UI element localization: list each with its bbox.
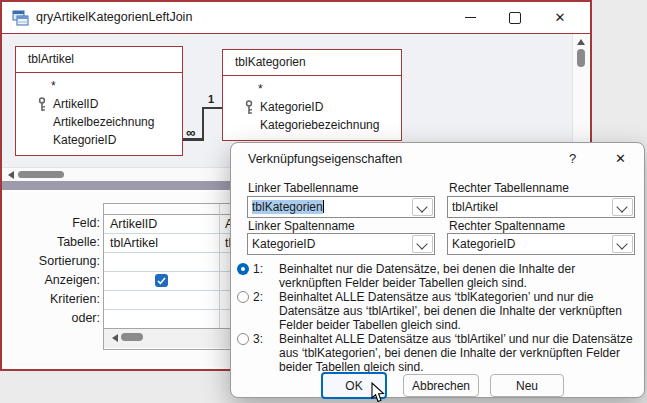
- field-artikelid[interactable]: ArtikelID: [16, 95, 182, 113]
- table-box-tblartikel[interactable]: tblArtikel * ArtikelID Artikelbezeichnun…: [15, 46, 183, 156]
- left-column-label: Linker Spaltenname: [248, 219, 355, 233]
- check-icon: [157, 277, 166, 285]
- help-icon[interactable]: ?: [569, 151, 576, 166]
- maximize-icon: [509, 12, 521, 24]
- new-button-label: Neu: [516, 379, 538, 393]
- field-label: ArtikelID: [53, 97, 98, 111]
- right-column-combobox[interactable]: KategorieID: [447, 233, 635, 255]
- field-asterisk[interactable]: *: [16, 77, 182, 95]
- dropdown-button[interactable]: [412, 198, 433, 216]
- field-asterisk[interactable]: *: [223, 80, 401, 98]
- option-number: 2:: [253, 290, 263, 304]
- join-many-label: ∞: [186, 125, 194, 140]
- option-number: 1:: [253, 262, 263, 276]
- chevron-down-icon: [416, 201, 427, 212]
- anzeigen-checkbox-1[interactable]: [155, 274, 168, 287]
- join-option-2-text: Beinhaltet ALLE Datensätze aus ‘tblKateg…: [279, 290, 639, 332]
- row-label-feld: Feld:: [5, 214, 100, 233]
- primary-key-icon: [37, 97, 47, 112]
- row-label-oder: oder:: [5, 309, 100, 328]
- left-table-label: Linker Tabellenname: [248, 181, 359, 195]
- dropdown-button[interactable]: [612, 235, 633, 253]
- cancel-button-label: Abbrechen: [412, 379, 470, 393]
- dropdown-button[interactable]: [412, 235, 433, 253]
- window-title: qryArtikelKategorienLeftJoin: [36, 10, 192, 24]
- chevron-down-icon: [616, 238, 627, 249]
- grid-cell-feld-1[interactable]: ArtikelID: [110, 216, 157, 233]
- grid-scroll-thumb[interactable]: [121, 333, 143, 341]
- vertical-scroll-thumb[interactable]: [577, 49, 585, 67]
- scroll-left-icon[interactable]: [8, 171, 14, 179]
- close-icon: ✕: [555, 10, 566, 25]
- left-column-combobox[interactable]: KategorieID: [247, 233, 435, 255]
- screen: qryArtikelKategorienLeftJoin ✕ tblArtike…: [0, 0, 647, 403]
- combo-value: KategorieID: [452, 237, 515, 251]
- join-line-one-segment[interactable]: [202, 107, 222, 110]
- option-number: 3:: [253, 332, 263, 346]
- title-bar[interactable]: qryArtikelKategorienLeftJoin ✕: [2, 2, 590, 34]
- ok-button-label: OK: [345, 379, 362, 393]
- row-label-sortierung: Sortierung:: [5, 252, 100, 271]
- join-option-1-radio[interactable]: [237, 263, 249, 275]
- chevron-down-icon: [616, 201, 627, 212]
- field-kategorieid[interactable]: KategorieID: [223, 98, 401, 116]
- chevron-down-icon: [416, 238, 427, 249]
- horizontal-scroll-thumb[interactable]: [18, 171, 64, 178]
- right-table-label: Rechter Tabellenname: [449, 181, 569, 195]
- field-label: KategorieID: [260, 100, 323, 114]
- minimize-button[interactable]: [450, 2, 490, 33]
- right-column-label: Rechter Spaltenname: [449, 219, 565, 233]
- grid-cell-tabelle-1[interactable]: tblArtikel: [110, 235, 158, 252]
- query-icon: [12, 10, 29, 26]
- join-option-3-radio[interactable]: [237, 333, 249, 345]
- right-table-combobox[interactable]: tblArtikel: [447, 196, 635, 218]
- table-title: tblKategorien: [223, 50, 401, 76]
- row-label-tabelle: Tabelle:: [5, 233, 100, 252]
- close-icon[interactable]: ✕: [615, 151, 626, 166]
- join-option-3-text: Beinhaltet ALLE Datensätze aus ‘tblArtik…: [279, 332, 639, 374]
- table-title: tblArtikel: [16, 47, 182, 73]
- primary-key-icon: [244, 100, 254, 115]
- field-artikelbezeichnung[interactable]: Artikelbezeichnung: [16, 113, 182, 131]
- dropdown-button[interactable]: [612, 198, 633, 216]
- join-option-2-radio[interactable]: [237, 291, 249, 303]
- table-box-tblkategorien[interactable]: tblKategorien * KategorieID Kategoriebez…: [222, 49, 402, 141]
- field-kategoriebezeichnung[interactable]: Kategoriebezeichnung: [223, 116, 401, 134]
- dialog-title: Verknüpfungseigenschaften: [248, 152, 402, 166]
- combo-value: tblArtikel: [452, 200, 498, 214]
- combo-value: tblKategorien: [252, 200, 323, 214]
- new-button[interactable]: Neu: [490, 374, 564, 397]
- join-option-1-text: Beinhaltet nur die Datensätze, bei denen…: [279, 262, 639, 290]
- mouse-cursor-icon: [371, 382, 387, 403]
- join-one-label: 1: [208, 93, 214, 105]
- minimize-icon: [465, 17, 476, 19]
- row-label-kriterien: Kriterien:: [5, 290, 100, 309]
- field-kategorieid[interactable]: KategorieID: [16, 131, 182, 149]
- cancel-button[interactable]: Abbrechen: [403, 374, 479, 397]
- text-caret: [323, 200, 324, 213]
- join-properties-dialog: Verknüpfungseigenschaften ? ✕ Linker Tab…: [230, 142, 645, 398]
- scroll-up-icon[interactable]: [577, 39, 585, 45]
- combo-value: KategorieID: [252, 237, 315, 251]
- left-table-combobox[interactable]: tblKategorien: [247, 196, 435, 218]
- close-button[interactable]: ✕: [540, 2, 580, 33]
- maximize-button[interactable]: [495, 2, 535, 33]
- scroll-left-icon[interactable]: [112, 334, 118, 342]
- join-line-vertical-segment[interactable]: [202, 108, 204, 140]
- row-label-anzeigen: Anzeigen:: [5, 271, 100, 290]
